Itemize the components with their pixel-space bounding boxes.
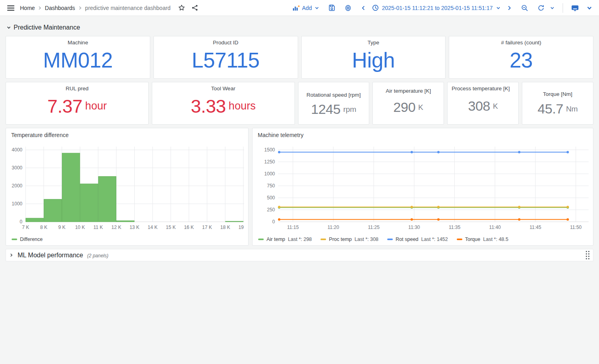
save-dashboard-button[interactable] bbox=[327, 3, 336, 12]
chevron-down-icon bbox=[314, 6, 319, 10]
svg-text:13 K: 13 K bbox=[129, 225, 139, 230]
stat-value: High bbox=[352, 48, 395, 72]
panel-title: Type bbox=[302, 36, 446, 46]
svg-text:11:50: 11:50 bbox=[570, 225, 581, 230]
panel-tool-wear: Tool Wear 3.33hours bbox=[152, 82, 295, 125]
chevron-down-icon bbox=[496, 6, 501, 10]
legend-label: Difference bbox=[20, 237, 43, 242]
kiosk-controls bbox=[570, 3, 593, 13]
legend-label: Proc temp bbox=[329, 237, 352, 242]
legend-item[interactable]: Proc tempLast *: 308 bbox=[320, 237, 378, 242]
svg-text:16 K: 16 K bbox=[184, 225, 194, 230]
stat-unit: K bbox=[418, 103, 424, 112]
stat-value: L57115 bbox=[192, 48, 260, 72]
panel-title: Rotational speed [rpm] bbox=[299, 82, 369, 99]
legend-label: Rot speed bbox=[396, 237, 418, 242]
stat-unit: hours bbox=[229, 100, 256, 112]
legend-swatch bbox=[12, 239, 17, 240]
stat-value: 3.33 bbox=[191, 95, 226, 117]
svg-text:11:45: 11:45 bbox=[529, 225, 541, 230]
svg-text:500: 500 bbox=[267, 195, 275, 201]
menu-icon bbox=[7, 4, 15, 12]
zoom-out-time-button[interactable] bbox=[520, 3, 529, 13]
panel-title: Product ID bbox=[154, 36, 298, 46]
add-button-label: Add bbox=[302, 5, 312, 11]
dashboard-settings-button[interactable] bbox=[343, 3, 353, 13]
legend-item[interactable]: Air tempLast *: 298 bbox=[258, 237, 312, 242]
svg-text:0: 0 bbox=[20, 219, 22, 225]
stat-value: MM012 bbox=[43, 48, 113, 72]
panel-temperature-difference: Temperature difference 7 K8 K9 K10 K11 K… bbox=[6, 128, 249, 246]
legend-item[interactable]: Rot speedLast *: 1452 bbox=[387, 237, 448, 242]
panel-machine: Machine MM012 bbox=[6, 36, 150, 79]
legend-item[interactable]: Difference bbox=[12, 237, 43, 242]
legend-item[interactable]: TorqueLast *: 48.5 bbox=[457, 237, 508, 242]
panel-title: Machine bbox=[6, 36, 150, 46]
legend-swatch bbox=[457, 239, 462, 240]
panel-air-temperature: Air temperature [K] 290K bbox=[372, 82, 444, 125]
chevron-down-icon bbox=[6, 25, 11, 30]
stat-value: 290 bbox=[393, 99, 415, 115]
row-expand-toggle[interactable]: ML Model performance (2 panels) bbox=[9, 252, 108, 259]
histogram-legend: Difference bbox=[6, 236, 248, 245]
svg-text:250: 250 bbox=[267, 207, 275, 213]
panel-type: Type High bbox=[301, 36, 446, 79]
temperature-difference-chart[interactable]: 7 K8 K9 K10 K11 K12 K13 K14 K15 K16 K17 … bbox=[6, 140, 244, 232]
panel-torque: Torque [Nm] 45.7Nm bbox=[522, 82, 593, 125]
panel-title: Process temperature [K] bbox=[448, 82, 518, 92]
stat-row-1: Machine MM012 Product ID L57115 Type Hig… bbox=[6, 36, 593, 79]
svg-text:11:25: 11:25 bbox=[368, 225, 380, 230]
row-title: Predictive Maintenance bbox=[14, 24, 80, 31]
svg-text:1500: 1500 bbox=[264, 147, 275, 153]
legend-swatch bbox=[258, 239, 264, 240]
svg-text:1000: 1000 bbox=[264, 171, 275, 177]
panel-rul-pred: RUL pred 7.37hour bbox=[6, 82, 149, 125]
chevron-right-icon bbox=[78, 6, 82, 10]
stat-value: 7.37 bbox=[48, 95, 83, 117]
star-icon bbox=[178, 4, 185, 11]
breadcrumb-dashboards[interactable]: Dashboards bbox=[45, 5, 75, 11]
refresh-button[interactable] bbox=[536, 3, 546, 13]
breadcrumb: Home Dashboards predictive maintenance d… bbox=[20, 5, 171, 11]
favorite-button[interactable] bbox=[177, 3, 186, 12]
stat-unit: Nm bbox=[566, 105, 578, 113]
breadcrumb-current: predictive maintenance dashboard bbox=[85, 5, 171, 11]
legend-value: Last *: 48.5 bbox=[483, 237, 508, 242]
svg-text:11:35: 11:35 bbox=[449, 225, 460, 230]
menu-button[interactable] bbox=[6, 3, 16, 13]
svg-text:12 K: 12 K bbox=[111, 225, 121, 230]
svg-text:7 K: 7 K bbox=[22, 225, 29, 230]
svg-text:4000: 4000 bbox=[12, 147, 22, 153]
add-panel-button[interactable]: Add bbox=[291, 4, 320, 12]
svg-text:1250: 1250 bbox=[264, 159, 275, 165]
refresh-interval-button[interactable] bbox=[549, 4, 556, 12]
panel-title: Tool Wear bbox=[152, 82, 295, 92]
time-range-picker-button[interactable]: 2025-01-15 11:12:21 to 2025-01-15 11:51:… bbox=[371, 3, 502, 12]
legend-swatch bbox=[320, 239, 326, 240]
stat-unit: rpm bbox=[343, 105, 356, 114]
kiosk-mode-button[interactable] bbox=[570, 3, 580, 13]
svg-text:1000: 1000 bbox=[12, 201, 22, 207]
time-shift-back-button[interactable] bbox=[360, 4, 367, 12]
svg-text:17 K: 17 K bbox=[202, 225, 212, 230]
row-header-predictive-maintenance[interactable]: Predictive Maintenance bbox=[6, 22, 593, 34]
svg-text:15 K: 15 K bbox=[166, 225, 176, 230]
machine-telemetry-chart[interactable]: 11:1511:2011:2511:3011:3511:4011:4511:50… bbox=[253, 140, 589, 232]
kiosk-dropdown-button[interactable] bbox=[585, 4, 593, 12]
svg-text:19 K: 19 K bbox=[239, 225, 244, 230]
row-drag-handle[interactable] bbox=[585, 250, 591, 261]
legend-value: Last *: 298 bbox=[288, 237, 312, 242]
stat-value: 45.7 bbox=[537, 101, 563, 117]
zoom-out-icon bbox=[521, 4, 528, 12]
svg-text:11 K: 11 K bbox=[94, 225, 103, 230]
share-button[interactable] bbox=[190, 3, 199, 12]
time-shift-forward-button[interactable] bbox=[505, 4, 513, 12]
chevron-down-icon bbox=[550, 6, 555, 10]
breadcrumb-home[interactable]: Home bbox=[20, 5, 35, 11]
stat-unit: K bbox=[493, 102, 498, 111]
clock-icon bbox=[372, 4, 379, 11]
svg-text:8 K: 8 K bbox=[40, 225, 47, 230]
svg-text:3000: 3000 bbox=[12, 165, 22, 171]
panel-title: Torque [Nm] bbox=[522, 82, 593, 98]
chevron-right-icon bbox=[507, 5, 512, 11]
